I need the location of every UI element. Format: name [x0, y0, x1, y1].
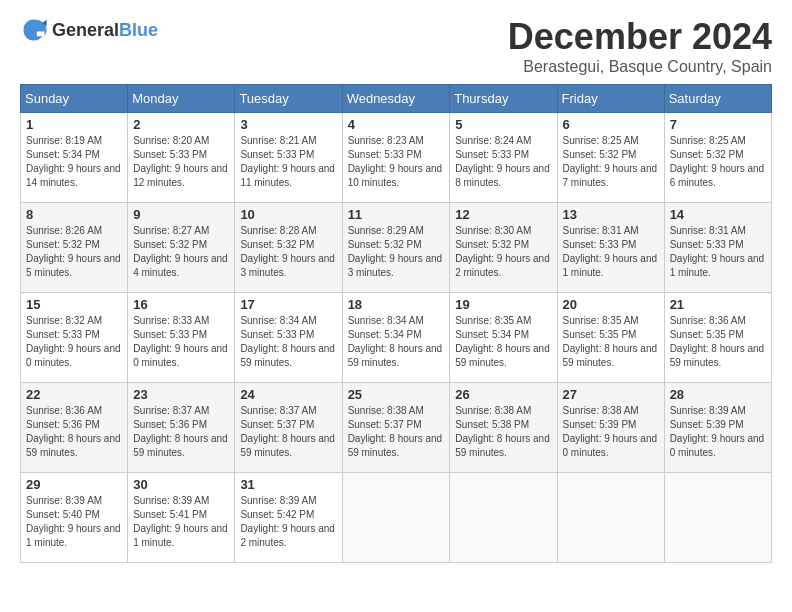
col-saturday: Saturday [664, 85, 771, 113]
col-thursday: Thursday [450, 85, 557, 113]
day-16: 16 Sunrise: 8:33 AMSunset: 5:33 PMDaylig… [128, 293, 235, 383]
day-4: 4 Sunrise: 8:23 AMSunset: 5:33 PMDayligh… [342, 113, 450, 203]
day-19: 19 Sunrise: 8:35 AMSunset: 5:34 PMDaylig… [450, 293, 557, 383]
logo-general: General [52, 20, 119, 40]
day-3: 3 Sunrise: 8:21 AMSunset: 5:33 PMDayligh… [235, 113, 342, 203]
calendar-header-row: Sunday Monday Tuesday Wednesday Thursday… [21, 85, 772, 113]
week-row-3: 15 Sunrise: 8:32 AMSunset: 5:33 PMDaylig… [21, 293, 772, 383]
day-17: 17 Sunrise: 8:34 AMSunset: 5:33 PMDaylig… [235, 293, 342, 383]
month-title: December 2024 [508, 16, 772, 58]
day-20: 20 Sunrise: 8:35 AMSunset: 5:35 PMDaylig… [557, 293, 664, 383]
day-11: 11 Sunrise: 8:29 AMSunset: 5:32 PMDaylig… [342, 203, 450, 293]
page-container: GeneralBlue December 2024 Berastegui, Ba… [20, 16, 772, 563]
day-13: 13 Sunrise: 8:31 AMSunset: 5:33 PMDaylig… [557, 203, 664, 293]
logo-icon [20, 16, 48, 44]
week-row-5: 29 Sunrise: 8:39 AMSunset: 5:40 PMDaylig… [21, 473, 772, 563]
day-1: 1 Sunrise: 8:19 AMSunset: 5:34 PMDayligh… [21, 113, 128, 203]
week-row-4: 22 Sunrise: 8:36 AMSunset: 5:36 PMDaylig… [21, 383, 772, 473]
day-25: 25 Sunrise: 8:38 AMSunset: 5:37 PMDaylig… [342, 383, 450, 473]
col-friday: Friday [557, 85, 664, 113]
empty-cell-4 [664, 473, 771, 563]
week-row-1: 1 Sunrise: 8:19 AMSunset: 5:34 PMDayligh… [21, 113, 772, 203]
col-sunday: Sunday [21, 85, 128, 113]
day-29: 29 Sunrise: 8:39 AMSunset: 5:40 PMDaylig… [21, 473, 128, 563]
day-28: 28 Sunrise: 8:39 AMSunset: 5:39 PMDaylig… [664, 383, 771, 473]
day-8: 8 Sunrise: 8:26 AMSunset: 5:32 PMDayligh… [21, 203, 128, 293]
day-2: 2 Sunrise: 8:20 AMSunset: 5:33 PMDayligh… [128, 113, 235, 203]
calendar-table: Sunday Monday Tuesday Wednesday Thursday… [20, 84, 772, 563]
location-title: Berastegui, Basque Country, Spain [508, 58, 772, 76]
day-24: 24 Sunrise: 8:37 AMSunset: 5:37 PMDaylig… [235, 383, 342, 473]
empty-cell-2 [450, 473, 557, 563]
col-monday: Monday [128, 85, 235, 113]
day-30: 30 Sunrise: 8:39 AMSunset: 5:41 PMDaylig… [128, 473, 235, 563]
day-26: 26 Sunrise: 8:38 AMSunset: 5:38 PMDaylig… [450, 383, 557, 473]
logo-text: GeneralBlue [52, 20, 158, 41]
day-7: 7 Sunrise: 8:25 AMSunset: 5:32 PMDayligh… [664, 113, 771, 203]
day-14: 14 Sunrise: 8:31 AMSunset: 5:33 PMDaylig… [664, 203, 771, 293]
day-5: 5 Sunrise: 8:24 AMSunset: 5:33 PMDayligh… [450, 113, 557, 203]
day-18: 18 Sunrise: 8:34 AMSunset: 5:34 PMDaylig… [342, 293, 450, 383]
day-10: 10 Sunrise: 8:28 AMSunset: 5:32 PMDaylig… [235, 203, 342, 293]
day-21: 21 Sunrise: 8:36 AMSunset: 5:35 PMDaylig… [664, 293, 771, 383]
empty-cell-3 [557, 473, 664, 563]
day-23: 23 Sunrise: 8:37 AMSunset: 5:36 PMDaylig… [128, 383, 235, 473]
empty-cell-1 [342, 473, 450, 563]
day-27: 27 Sunrise: 8:38 AMSunset: 5:39 PMDaylig… [557, 383, 664, 473]
day-12: 12 Sunrise: 8:30 AMSunset: 5:32 PMDaylig… [450, 203, 557, 293]
day-31: 31 Sunrise: 8:39 AMSunset: 5:42 PMDaylig… [235, 473, 342, 563]
col-wednesday: Wednesday [342, 85, 450, 113]
day-15: 15 Sunrise: 8:32 AMSunset: 5:33 PMDaylig… [21, 293, 128, 383]
day-22: 22 Sunrise: 8:36 AMSunset: 5:36 PMDaylig… [21, 383, 128, 473]
day-6: 6 Sunrise: 8:25 AMSunset: 5:32 PMDayligh… [557, 113, 664, 203]
logo: GeneralBlue [20, 16, 158, 44]
logo-blue: Blue [119, 20, 158, 40]
header: GeneralBlue December 2024 Berastegui, Ba… [20, 16, 772, 76]
col-tuesday: Tuesday [235, 85, 342, 113]
day-9: 9 Sunrise: 8:27 AMSunset: 5:32 PMDayligh… [128, 203, 235, 293]
week-row-2: 8 Sunrise: 8:26 AMSunset: 5:32 PMDayligh… [21, 203, 772, 293]
title-section: December 2024 Berastegui, Basque Country… [508, 16, 772, 76]
